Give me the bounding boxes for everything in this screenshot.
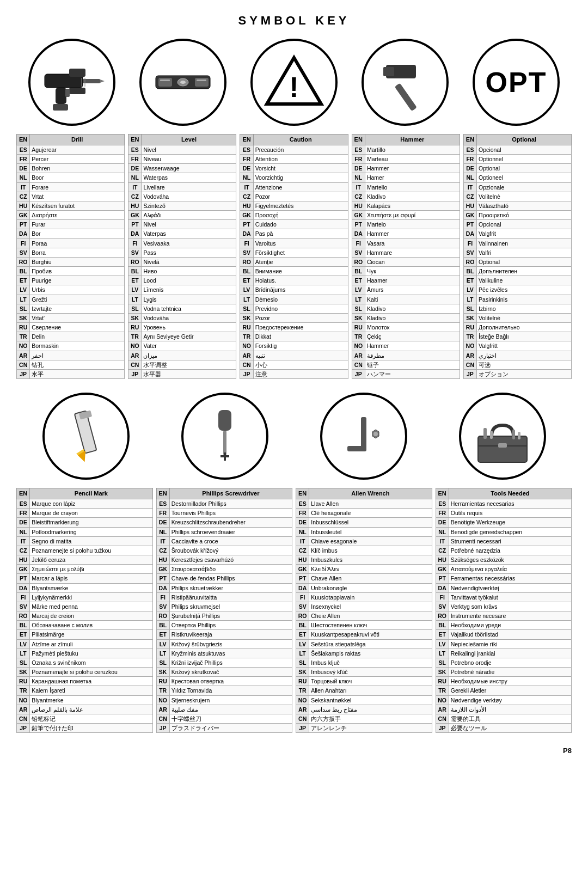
translation-cell: Wasserwaage (142, 164, 236, 173)
translation-cell: 鉛筆で付けた印 (30, 724, 152, 733)
table-row: LTPasirinkinis (463, 295, 571, 304)
table-row: SKPoznamenajte si polohu ceruzkou (17, 668, 153, 677)
lang-code-cell: GK (17, 565, 30, 574)
translation-cell: Обозначаване с молив (30, 621, 152, 630)
translation-cell: Inbussleutel (309, 527, 432, 536)
lang-code-cell: IT (352, 182, 365, 192)
translation-cell: Llave Allen (309, 499, 432, 508)
translation-cell: アレンレンチ (309, 724, 432, 733)
pencil-mark-icon (42, 393, 130, 480)
lang-code-cell: PT (240, 220, 253, 229)
lang-code-cell: RU (296, 677, 309, 686)
lang-code-cell: AR (240, 351, 253, 360)
lang-code-cell: RU (463, 323, 476, 332)
translation-cell: Отвертка Phillips (169, 621, 292, 630)
lang-code-cell: DA (463, 229, 476, 238)
translation-cell: Bleistiftmarkierung (30, 518, 152, 527)
translation-cell: مفتاح ربط سداسي (309, 705, 432, 714)
translation-cell: 十字螺丝刀 (169, 714, 292, 723)
lang-code-cell: BL (463, 267, 476, 276)
lang-code-cell: HU (240, 201, 253, 210)
translation-cell: Marque de crayon (30, 509, 152, 518)
table-row: CN水平调整 (128, 360, 236, 369)
tools-needed-icon (459, 393, 546, 480)
table-row: PTCuidado (240, 220, 348, 229)
lang-code-cell: DE (156, 518, 169, 527)
lang-code-cell: CN (128, 360, 142, 369)
lang-code-cell: NL (17, 527, 30, 536)
translation-cell: 水平器 (142, 369, 236, 378)
translation-cell: Varoitus (253, 238, 348, 248)
translation-cell: Keresztfejes csavarhúzó (169, 555, 292, 565)
table-row: BLОтвертка Phillips (156, 621, 292, 630)
translation-cell: Niveau (142, 155, 236, 164)
lang-code-cell: ET (17, 630, 30, 639)
lang-code-cell: HU (436, 555, 449, 565)
translation-cell: Pas på (253, 229, 348, 238)
lang-code-cell: NL (156, 527, 169, 536)
translation-cell: Kuuskantpesapeakruvi võti (309, 630, 432, 639)
translation-cell: Marcar a lápis (30, 574, 152, 583)
table-row: ROMarcaj de creion (17, 611, 153, 621)
translation-cell: Dėmesio (253, 295, 348, 304)
table-row: FRClé hexagonale (296, 509, 432, 518)
translation-cell: Торцовый ключ (309, 677, 432, 686)
phillips-screwdriver-icon (181, 393, 268, 480)
translation-cell: Urbis (30, 285, 125, 295)
lang-code-cell: SK (17, 313, 30, 322)
translation-cell: Segno di matita (30, 536, 152, 546)
svg-point-33 (373, 432, 378, 436)
translation-cell: Nødvendige verktøy (449, 695, 571, 705)
table-row: SVBorra (17, 248, 125, 257)
table-row: LTKryžminis atsuktuvas (156, 648, 292, 658)
translation-cell: 水平调整 (142, 360, 236, 369)
translation-cell: Kryžminis atsuktuvas (169, 648, 292, 658)
lang-code-cell: TR (436, 686, 449, 695)
lang-header: EN (436, 488, 449, 499)
table-row: ROCheie Allen (296, 611, 432, 621)
translation-cell: Bor (30, 229, 125, 238)
table-row: FROptionnel (463, 155, 571, 164)
translation-cell: Livellare (142, 182, 236, 192)
translation-cell: Strumenti necessari (449, 536, 571, 546)
lang-code-cell: HU (17, 555, 30, 565)
table-row: BLДопълнителен (463, 267, 571, 276)
table-row: SVHammare (352, 248, 460, 257)
table-row: NOVater (128, 341, 236, 351)
table-row: DEOptional (463, 164, 571, 173)
translation-cell: Potřebné narzędzia (449, 546, 571, 555)
table-row: FIValinnainen (463, 238, 571, 248)
lang-code-cell: GK (352, 211, 365, 220)
table-row: JPハンマー (352, 369, 460, 378)
lang-code-cell: HU (17, 201, 30, 210)
lang-code-cell: FR (17, 155, 30, 164)
translation-cell: Reikalingi įrankiai (449, 648, 571, 658)
translation-cell: Delin (30, 332, 125, 341)
table-row: BLНиво (128, 267, 236, 276)
table-row: HUKészítsen furatot (17, 201, 125, 210)
table-row: GKΣταυροκατσάβιδο (156, 565, 292, 574)
translation-cell: Карандашная пометка (30, 677, 152, 686)
lang-code-cell: NL (463, 173, 476, 182)
table-row: ARمطرقة (352, 351, 460, 360)
svg-rect-2 (69, 88, 85, 94)
table-row: HUKalapács (352, 201, 460, 210)
lang-code-cell: DA (17, 229, 30, 238)
lang-code-cell: DA (128, 229, 142, 238)
translation-cell: 钻孔 (30, 360, 125, 369)
lang-code-cell: HU (352, 201, 365, 210)
lang-code-cell: SK (296, 668, 309, 677)
translation-cell: Gerekli Aletler (449, 686, 571, 695)
table-row: SVVerktyg som krävs (436, 602, 572, 611)
translation-cell: Kalti (365, 295, 460, 304)
lang-code-cell: HU (463, 201, 476, 210)
table-row: FIPoraa (17, 238, 125, 248)
translation-cell: Vajalikud tööriistad (449, 630, 571, 639)
lang-code-cell: SL (156, 658, 169, 667)
translation-cell: Tournevis Phillips (169, 509, 292, 518)
table-row: SKVolitelnė (463, 313, 571, 322)
table-level: ENLevelESNivelFRNiveauDEWasserwaageNLWat… (128, 134, 236, 379)
translation-cell: Križový šrūbvgriezis (169, 639, 292, 648)
lang-code-cell: IT (156, 536, 169, 546)
lang-code-cell: LV (296, 639, 309, 648)
